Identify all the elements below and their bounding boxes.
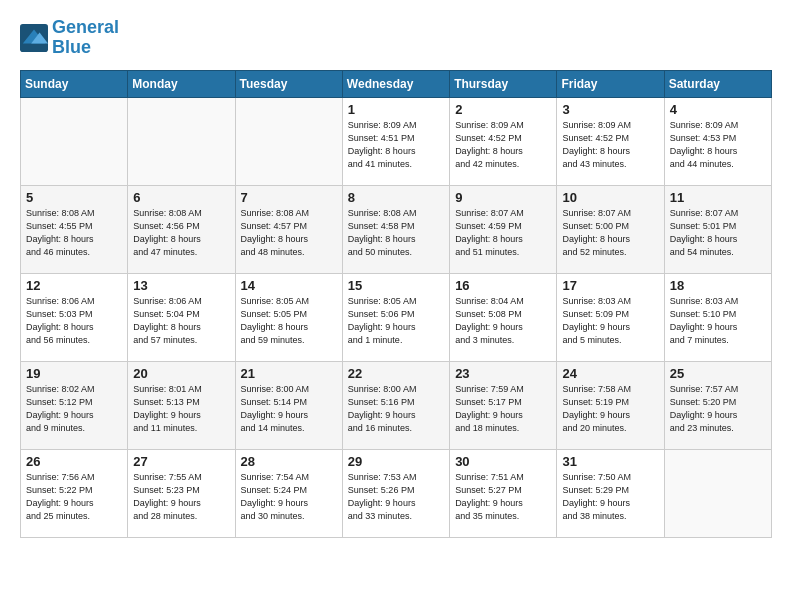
day-info: Sunrise: 7:51 AM Sunset: 5:27 PM Dayligh…	[455, 471, 551, 523]
week-row-2: 5Sunrise: 8:08 AM Sunset: 4:55 PM Daylig…	[21, 185, 772, 273]
day-number: 6	[133, 190, 229, 205]
calendar-cell: 5Sunrise: 8:08 AM Sunset: 4:55 PM Daylig…	[21, 185, 128, 273]
calendar-cell: 11Sunrise: 8:07 AM Sunset: 5:01 PM Dayli…	[664, 185, 771, 273]
calendar-cell	[664, 449, 771, 537]
day-number: 4	[670, 102, 766, 117]
day-info: Sunrise: 8:07 AM Sunset: 5:00 PM Dayligh…	[562, 207, 658, 259]
day-number: 8	[348, 190, 444, 205]
calendar-cell: 30Sunrise: 7:51 AM Sunset: 5:27 PM Dayli…	[450, 449, 557, 537]
logo: GeneralBlue	[20, 18, 119, 58]
day-number: 22	[348, 366, 444, 381]
day-number: 7	[241, 190, 337, 205]
day-number: 3	[562, 102, 658, 117]
calendar-cell: 28Sunrise: 7:54 AM Sunset: 5:24 PM Dayli…	[235, 449, 342, 537]
day-number: 19	[26, 366, 122, 381]
day-number: 5	[26, 190, 122, 205]
day-number: 9	[455, 190, 551, 205]
calendar-cell: 14Sunrise: 8:05 AM Sunset: 5:05 PM Dayli…	[235, 273, 342, 361]
day-number: 20	[133, 366, 229, 381]
day-info: Sunrise: 7:50 AM Sunset: 5:29 PM Dayligh…	[562, 471, 658, 523]
day-number: 14	[241, 278, 337, 293]
day-info: Sunrise: 8:00 AM Sunset: 5:16 PM Dayligh…	[348, 383, 444, 435]
calendar-cell: 3Sunrise: 8:09 AM Sunset: 4:52 PM Daylig…	[557, 97, 664, 185]
calendar-cell: 20Sunrise: 8:01 AM Sunset: 5:13 PM Dayli…	[128, 361, 235, 449]
calendar-cell: 4Sunrise: 8:09 AM Sunset: 4:53 PM Daylig…	[664, 97, 771, 185]
calendar-cell: 8Sunrise: 8:08 AM Sunset: 4:58 PM Daylig…	[342, 185, 449, 273]
calendar-table: SundayMondayTuesdayWednesdayThursdayFrid…	[20, 70, 772, 538]
day-info: Sunrise: 8:08 AM Sunset: 4:56 PM Dayligh…	[133, 207, 229, 259]
day-info: Sunrise: 7:53 AM Sunset: 5:26 PM Dayligh…	[348, 471, 444, 523]
calendar-cell: 16Sunrise: 8:04 AM Sunset: 5:08 PM Dayli…	[450, 273, 557, 361]
calendar-cell: 29Sunrise: 7:53 AM Sunset: 5:26 PM Dayli…	[342, 449, 449, 537]
header-saturday: Saturday	[664, 70, 771, 97]
day-info: Sunrise: 7:57 AM Sunset: 5:20 PM Dayligh…	[670, 383, 766, 435]
day-info: Sunrise: 8:01 AM Sunset: 5:13 PM Dayligh…	[133, 383, 229, 435]
calendar-cell: 25Sunrise: 7:57 AM Sunset: 5:20 PM Dayli…	[664, 361, 771, 449]
day-number: 29	[348, 454, 444, 469]
calendar-cell: 24Sunrise: 7:58 AM Sunset: 5:19 PM Dayli…	[557, 361, 664, 449]
day-number: 23	[455, 366, 551, 381]
calendar-header-row: SundayMondayTuesdayWednesdayThursdayFrid…	[21, 70, 772, 97]
week-row-3: 12Sunrise: 8:06 AM Sunset: 5:03 PM Dayli…	[21, 273, 772, 361]
header-thursday: Thursday	[450, 70, 557, 97]
day-info: Sunrise: 8:09 AM Sunset: 4:51 PM Dayligh…	[348, 119, 444, 171]
day-info: Sunrise: 8:02 AM Sunset: 5:12 PM Dayligh…	[26, 383, 122, 435]
logo-text-line1: GeneralBlue	[52, 18, 119, 58]
day-info: Sunrise: 7:56 AM Sunset: 5:22 PM Dayligh…	[26, 471, 122, 523]
calendar-cell: 26Sunrise: 7:56 AM Sunset: 5:22 PM Dayli…	[21, 449, 128, 537]
day-number: 1	[348, 102, 444, 117]
calendar-cell: 21Sunrise: 8:00 AM Sunset: 5:14 PM Dayli…	[235, 361, 342, 449]
day-number: 10	[562, 190, 658, 205]
day-info: Sunrise: 7:59 AM Sunset: 5:17 PM Dayligh…	[455, 383, 551, 435]
header-monday: Monday	[128, 70, 235, 97]
day-info: Sunrise: 8:05 AM Sunset: 5:06 PM Dayligh…	[348, 295, 444, 347]
calendar-cell: 2Sunrise: 8:09 AM Sunset: 4:52 PM Daylig…	[450, 97, 557, 185]
day-number: 28	[241, 454, 337, 469]
calendar-cell: 15Sunrise: 8:05 AM Sunset: 5:06 PM Dayli…	[342, 273, 449, 361]
calendar-cell	[128, 97, 235, 185]
day-number: 31	[562, 454, 658, 469]
calendar-cell: 17Sunrise: 8:03 AM Sunset: 5:09 PM Dayli…	[557, 273, 664, 361]
calendar-cell: 6Sunrise: 8:08 AM Sunset: 4:56 PM Daylig…	[128, 185, 235, 273]
day-info: Sunrise: 8:09 AM Sunset: 4:52 PM Dayligh…	[562, 119, 658, 171]
calendar-cell: 10Sunrise: 8:07 AM Sunset: 5:00 PM Dayli…	[557, 185, 664, 273]
calendar-cell: 27Sunrise: 7:55 AM Sunset: 5:23 PM Dayli…	[128, 449, 235, 537]
day-info: Sunrise: 8:06 AM Sunset: 5:04 PM Dayligh…	[133, 295, 229, 347]
logo-icon	[20, 24, 48, 52]
day-number: 17	[562, 278, 658, 293]
day-info: Sunrise: 8:09 AM Sunset: 4:52 PM Dayligh…	[455, 119, 551, 171]
day-info: Sunrise: 8:04 AM Sunset: 5:08 PM Dayligh…	[455, 295, 551, 347]
calendar-cell: 1Sunrise: 8:09 AM Sunset: 4:51 PM Daylig…	[342, 97, 449, 185]
day-number: 2	[455, 102, 551, 117]
day-info: Sunrise: 7:54 AM Sunset: 5:24 PM Dayligh…	[241, 471, 337, 523]
day-info: Sunrise: 7:58 AM Sunset: 5:19 PM Dayligh…	[562, 383, 658, 435]
day-number: 11	[670, 190, 766, 205]
header-friday: Friday	[557, 70, 664, 97]
day-number: 18	[670, 278, 766, 293]
calendar-cell: 12Sunrise: 8:06 AM Sunset: 5:03 PM Dayli…	[21, 273, 128, 361]
day-number: 24	[562, 366, 658, 381]
week-row-4: 19Sunrise: 8:02 AM Sunset: 5:12 PM Dayli…	[21, 361, 772, 449]
header-tuesday: Tuesday	[235, 70, 342, 97]
day-number: 15	[348, 278, 444, 293]
calendar-cell: 19Sunrise: 8:02 AM Sunset: 5:12 PM Dayli…	[21, 361, 128, 449]
calendar-cell	[21, 97, 128, 185]
day-info: Sunrise: 8:05 AM Sunset: 5:05 PM Dayligh…	[241, 295, 337, 347]
week-row-5: 26Sunrise: 7:56 AM Sunset: 5:22 PM Dayli…	[21, 449, 772, 537]
calendar-cell: 22Sunrise: 8:00 AM Sunset: 5:16 PM Dayli…	[342, 361, 449, 449]
day-number: 21	[241, 366, 337, 381]
day-number: 30	[455, 454, 551, 469]
page-container: GeneralBlue SundayMondayTuesdayWednesday…	[0, 0, 792, 548]
day-info: Sunrise: 8:07 AM Sunset: 5:01 PM Dayligh…	[670, 207, 766, 259]
calendar-cell: 9Sunrise: 8:07 AM Sunset: 4:59 PM Daylig…	[450, 185, 557, 273]
day-info: Sunrise: 7:55 AM Sunset: 5:23 PM Dayligh…	[133, 471, 229, 523]
calendar-cell: 7Sunrise: 8:08 AM Sunset: 4:57 PM Daylig…	[235, 185, 342, 273]
header-sunday: Sunday	[21, 70, 128, 97]
day-number: 27	[133, 454, 229, 469]
day-info: Sunrise: 8:06 AM Sunset: 5:03 PM Dayligh…	[26, 295, 122, 347]
calendar-cell: 31Sunrise: 7:50 AM Sunset: 5:29 PM Dayli…	[557, 449, 664, 537]
day-info: Sunrise: 8:08 AM Sunset: 4:57 PM Dayligh…	[241, 207, 337, 259]
day-number: 13	[133, 278, 229, 293]
header-wednesday: Wednesday	[342, 70, 449, 97]
header: GeneralBlue	[20, 18, 772, 58]
